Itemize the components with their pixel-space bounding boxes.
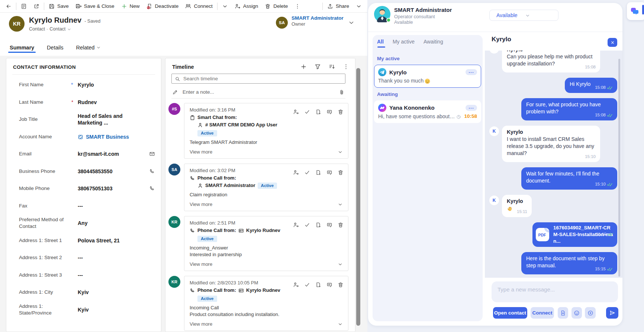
deactivate-button[interactable]: Deactivate bbox=[143, 0, 182, 13]
button-label: Connect bbox=[194, 3, 212, 9]
field-value[interactable]: Kyiv bbox=[78, 289, 146, 296]
chat-dock-toggle[interactable] bbox=[627, 2, 644, 20]
item-more-button[interactable]: ... bbox=[466, 69, 477, 75]
filter-icon bbox=[315, 64, 321, 70]
field-value-link[interactable]: SMART Business bbox=[78, 133, 146, 140]
close-entry-button[interactable] bbox=[304, 169, 310, 175]
delete-entry-button[interactable] bbox=[338, 222, 344, 228]
timeline-search[interactable] bbox=[171, 74, 345, 84]
timeline-search-input[interactable] bbox=[183, 76, 342, 81]
tab-summary[interactable]: Summary bbox=[8, 45, 36, 56]
note-input-row[interactable]: Enter a note... bbox=[171, 86, 345, 99]
new-button[interactable]: New bbox=[118, 0, 143, 13]
field-value[interactable]: Head of Sales and Marketing ... bbox=[78, 113, 146, 126]
field-value[interactable]: 380445853550 bbox=[78, 168, 146, 175]
timeline-filter-button[interactable] bbox=[315, 64, 321, 70]
delete-entry-button[interactable] bbox=[338, 109, 344, 115]
field-value[interactable]: Kyrylo bbox=[78, 81, 146, 88]
paperclip-icon bbox=[339, 89, 345, 95]
assign-entry-button[interactable] bbox=[293, 169, 299, 175]
view-more[interactable]: View more bbox=[190, 261, 343, 267]
timeline-add-button[interactable] bbox=[300, 64, 307, 70]
emoji-icon bbox=[574, 310, 580, 316]
tab-details[interactable]: Details bbox=[45, 45, 65, 56]
deactivate-icon bbox=[146, 3, 152, 9]
field-value[interactable]: 380675051303 bbox=[78, 185, 146, 192]
field-value[interactable]: Kyiv bbox=[78, 306, 146, 313]
form-selector[interactable]: Contact bbox=[49, 26, 65, 32]
field-value[interactable]: kr@smart-it.com bbox=[78, 151, 146, 157]
connect-button[interactable]: Connect bbox=[182, 0, 216, 13]
file-message-bubble[interactable]: PDF1676034902_SMART-CRM-SALES-Installati… bbox=[532, 222, 617, 247]
add-note-button[interactable] bbox=[326, 281, 332, 288]
status-dropdown[interactable]: Available bbox=[489, 10, 558, 21]
delete-button[interactable]: Delete bbox=[261, 0, 291, 13]
delete-entry-button[interactable] bbox=[338, 169, 344, 175]
messages-scrollbar[interactable] bbox=[618, 59, 620, 277]
new-chat-button[interactable] bbox=[585, 307, 596, 319]
close-entry-button[interactable] bbox=[304, 281, 310, 288]
more-commands-button[interactable] bbox=[291, 0, 304, 13]
email-icon bbox=[149, 151, 155, 157]
entry-card[interactable]: Modified on: 3:02 PMPhone Call from:SMAR… bbox=[184, 164, 348, 211]
add-document-button[interactable] bbox=[315, 281, 321, 288]
emoji-button[interactable] bbox=[571, 307, 582, 319]
close-entry-button[interactable] bbox=[304, 222, 310, 228]
add-note-button[interactable] bbox=[326, 169, 332, 175]
assign-entry-button[interactable] bbox=[293, 222, 299, 228]
paperclip-icon[interactable] bbox=[339, 89, 345, 95]
message-bubble: Wait for few minutes, I'll find the docu… bbox=[521, 167, 617, 190]
add-note-button[interactable] bbox=[326, 109, 332, 115]
field-value[interactable]: --- bbox=[78, 272, 146, 278]
send-button[interactable] bbox=[606, 307, 618, 319]
connect-button[interactable]: Connect bbox=[531, 307, 554, 319]
contact-avatar: K bbox=[489, 51, 499, 54]
add-document-button[interactable] bbox=[315, 222, 321, 228]
chevron-down-icon[interactable] bbox=[67, 26, 71, 32]
form-button[interactable] bbox=[17, 0, 30, 13]
open-contact-button[interactable]: Open contact bbox=[493, 307, 527, 319]
chat-tab-awaiting[interactable]: Awaiting bbox=[424, 39, 443, 48]
view-more[interactable]: View more bbox=[190, 202, 343, 207]
save-button[interactable]: Save bbox=[45, 0, 72, 13]
add-document-button[interactable] bbox=[315, 109, 321, 115]
field-value[interactable]: --- bbox=[78, 254, 146, 261]
close-entry-button[interactable] bbox=[304, 109, 310, 115]
open-in-new-button[interactable] bbox=[30, 0, 43, 13]
entry-card[interactable]: Modified on: 2/8/2023 10:05 PMPhone Call… bbox=[184, 276, 348, 331]
entry-card[interactable]: Modified on: 2:51 PMPhone Call from:Kyry… bbox=[184, 216, 348, 271]
timeline-sort-button[interactable] bbox=[329, 64, 335, 70]
owner-block[interactable]: SA SMART Administrator Owner bbox=[276, 15, 344, 29]
header-collapse-chevron[interactable] bbox=[348, 19, 355, 26]
attach-file-button[interactable] bbox=[558, 307, 568, 319]
view-more[interactable]: View more bbox=[190, 149, 343, 155]
timeline-scrollbar[interactable] bbox=[356, 68, 360, 326]
item-more-button[interactable]: ... bbox=[466, 105, 477, 111]
conversation-list-item[interactable]: Yana Kononenko...Hi, have some questions… bbox=[374, 100, 481, 123]
add-note-button[interactable] bbox=[326, 222, 332, 228]
entry-card[interactable]: Modified on: 3:16 PMSmart Chat from:# SM… bbox=[184, 103, 348, 159]
field-value[interactable]: Any bbox=[78, 220, 146, 226]
field-value[interactable]: Rudnev bbox=[78, 99, 146, 106]
conversation-list-item[interactable]: Kyrylo...Thank you so much bbox=[374, 65, 481, 88]
chat-tab-all[interactable]: All bbox=[377, 39, 384, 48]
message-input[interactable] bbox=[492, 281, 618, 302]
field-value[interactable]: Polova Street, 21 bbox=[78, 237, 146, 244]
connect-more-button[interactable] bbox=[219, 0, 231, 13]
share-button[interactable]: Share bbox=[324, 0, 352, 13]
save-close-button[interactable]: Save & Close bbox=[72, 0, 118, 13]
tab-related[interactable]: Related bbox=[74, 45, 102, 56]
share-more-button[interactable] bbox=[352, 0, 365, 13]
owner-name[interactable]: SMART Administrator bbox=[292, 15, 344, 22]
assign-entry-button[interactable] bbox=[293, 281, 299, 288]
close-conversation-button[interactable] bbox=[608, 38, 617, 47]
delete-entry-button[interactable] bbox=[338, 281, 344, 288]
assign-entry-button[interactable] bbox=[293, 109, 299, 115]
timeline-more-button[interactable] bbox=[343, 64, 349, 70]
back-button[interactable] bbox=[2, 0, 15, 13]
field-value[interactable]: --- bbox=[78, 203, 146, 209]
view-more[interactable]: View more bbox=[190, 321, 343, 327]
assign-button[interactable]: Assign bbox=[231, 0, 262, 13]
add-document-button[interactable] bbox=[315, 169, 321, 175]
chat-tab-my-active[interactable]: My active bbox=[393, 39, 415, 48]
